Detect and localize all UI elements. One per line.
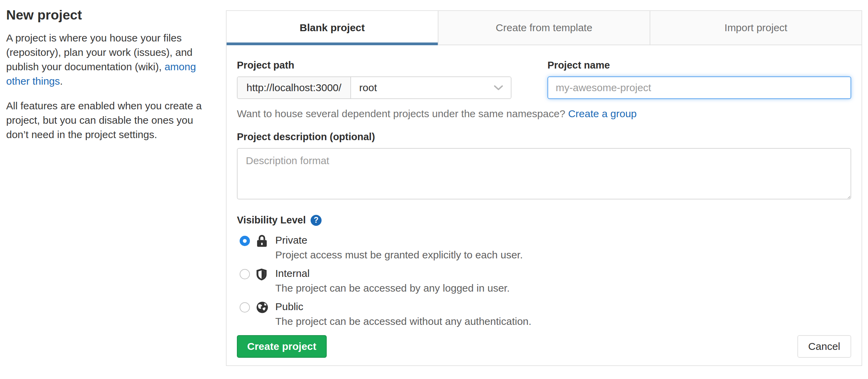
private-description: Project access must be granted explicitl… bbox=[275, 249, 851, 261]
visibility-option-internal[interactable]: Internal The project can be accessed by … bbox=[237, 267, 851, 294]
blank-project-form: Project path http://localhost:3000/ root… bbox=[227, 45, 861, 368]
project-name-field: Project name bbox=[547, 55, 851, 99]
features-paragraph: All features are enabled when you create… bbox=[6, 99, 209, 142]
visibility-options: Private Project access must be granted e… bbox=[237, 234, 851, 328]
internal-radio[interactable] bbox=[240, 269, 250, 279]
visibility-option-public[interactable]: Public The project can be accessed witho… bbox=[237, 301, 851, 328]
create-project-button[interactable]: Create project bbox=[237, 335, 327, 358]
url-prefix-addon: http://localhost:3000/ bbox=[238, 77, 351, 98]
globe-icon bbox=[256, 301, 275, 315]
private-radio[interactable] bbox=[240, 236, 250, 246]
tab-create-from-template[interactable]: Create from template bbox=[438, 11, 650, 45]
visibility-level-row: Visibility Level ? bbox=[237, 215, 851, 226]
public-option-text: Public The project can be accessed witho… bbox=[275, 301, 851, 328]
intro-paragraph: A project is where you house your files … bbox=[6, 31, 209, 88]
new-project-explainer: New project A project is where you house… bbox=[6, 8, 209, 152]
public-description: The project can be accessed without any … bbox=[275, 315, 851, 328]
project-description-label: Project description (optional) bbox=[237, 131, 851, 143]
namespace-hint-text: Want to house several dependent projects… bbox=[237, 108, 568, 119]
project-type-tabs: Blank project Create from template Impor… bbox=[227, 11, 861, 45]
namespace-select[interactable]: root bbox=[351, 77, 511, 98]
visibility-option-private[interactable]: Private Project access must be granted e… bbox=[237, 234, 851, 261]
page-title: New project bbox=[6, 8, 209, 23]
private-label: Private bbox=[275, 234, 851, 246]
form-actions: Create project Cancel bbox=[237, 335, 851, 358]
project-path-field: Project path http://localhost:3000/ root bbox=[237, 55, 511, 99]
namespace-selected-value: root bbox=[359, 82, 377, 94]
tab-import-project[interactable]: Import project bbox=[650, 11, 861, 45]
shield-icon bbox=[256, 268, 275, 282]
project-name-label: Project name bbox=[547, 60, 851, 71]
internal-label: Internal bbox=[275, 267, 851, 280]
visibility-level-label: Visibility Level bbox=[237, 215, 306, 226]
create-a-group-link[interactable]: Create a group bbox=[568, 108, 637, 119]
project-name-input[interactable] bbox=[547, 76, 851, 99]
chevron-down-icon bbox=[494, 85, 503, 91]
public-label: Public bbox=[275, 301, 851, 313]
lock-icon bbox=[256, 235, 275, 249]
internal-description: The project can be accessed by any logge… bbox=[275, 282, 851, 294]
project-description-textarea[interactable] bbox=[237, 148, 851, 199]
cancel-button[interactable]: Cancel bbox=[797, 335, 851, 358]
private-option-text: Private Project access must be granted e… bbox=[275, 234, 851, 261]
internal-option-text: Internal The project can be accessed by … bbox=[275, 267, 851, 294]
project-path-input-group: http://localhost:3000/ root bbox=[237, 76, 511, 99]
new-project-panel: Blank project Create from template Impor… bbox=[226, 10, 862, 366]
namespace-hint: Want to house several dependent projects… bbox=[237, 108, 851, 120]
visibility-help-icon[interactable]: ? bbox=[311, 215, 322, 226]
project-path-label: Project path bbox=[237, 60, 511, 71]
tab-blank-project[interactable]: Blank project bbox=[227, 11, 438, 45]
public-radio[interactable] bbox=[240, 302, 250, 313]
intro-suffix: . bbox=[60, 75, 63, 87]
